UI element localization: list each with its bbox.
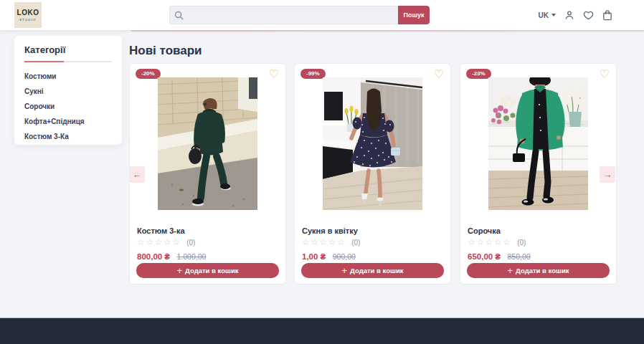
product-image[interactable]: [488, 77, 588, 210]
header-divider: [131, 30, 644, 32]
add-to-cart-label: Додати в кошик: [185, 267, 238, 274]
product-rating: ☆☆☆☆☆ (0): [468, 237, 526, 247]
category-item-sorochky[interactable]: Сорочки: [24, 99, 112, 114]
categories-title: Категорії: [24, 44, 112, 55]
current-price: 650,00 ₴: [468, 252, 501, 261]
star-icon: ☆: [486, 237, 494, 247]
star-icon: ☆: [302, 237, 311, 247]
star-icon: ☆: [164, 237, 172, 247]
search-bar: Пошук: [169, 6, 430, 24]
category-item-kofta-spidnytsya[interactable]: Кофта+Спідниця: [24, 114, 112, 129]
star-icon: ☆: [172, 237, 181, 247]
header: LOKO STUDIO Пошук UK: [0, 0, 644, 30]
account-icon[interactable]: [564, 10, 574, 20]
star-icon: ☆: [468, 237, 476, 247]
product-title[interactable]: Костюм 3-ка: [137, 226, 185, 235]
title-underline: [24, 61, 112, 62]
product-rating: ☆☆☆☆☆ (0): [302, 237, 360, 247]
current-price: 1,00 ₴: [302, 252, 326, 261]
product-image[interactable]: [158, 77, 257, 210]
chevron-down-icon: [551, 14, 556, 16]
discount-badge: -23%: [466, 69, 491, 79]
language-selector[interactable]: UK: [539, 11, 556, 19]
carousel-prev-button[interactable]: ←: [129, 166, 145, 183]
footer: [0, 317, 644, 344]
language-label: UK: [539, 11, 549, 19]
header-actions: UK: [539, 0, 612, 30]
product-image[interactable]: [323, 77, 422, 210]
product-prices: 800,00 ₴ 1.000,00: [137, 249, 206, 262]
categories-list: Костюми Сукні Сорочки Кофта+Спідниця Кос…: [24, 69, 112, 144]
favorite-heart-icon[interactable]: ♡: [434, 67, 444, 82]
star-icon: ☆: [137, 237, 146, 247]
star-icon: ☆: [494, 237, 503, 247]
category-item-kostyum-3ka[interactable]: Костюм 3-Ка: [24, 129, 112, 144]
product-title[interactable]: Сукня в квітку: [302, 226, 358, 235]
plus-icon: +: [176, 266, 182, 275]
old-price: 1.000,00: [177, 252, 207, 261]
product-card: -20% ♡: [129, 63, 286, 285]
discount-badge: -99%: [300, 69, 326, 79]
rating-count: (0): [517, 239, 526, 247]
add-to-cart-button[interactable]: + Додати в кошик: [467, 263, 610, 278]
star-icon: ☆: [328, 237, 337, 247]
carousel-next-button[interactable]: →: [600, 166, 615, 183]
rating-count: (0): [351, 239, 360, 247]
product-title[interactable]: Сорочка: [468, 226, 501, 235]
logo[interactable]: LOKO STUDIO: [14, 2, 42, 28]
categories-sidebar: Категорії Костюми Сукні Сорочки Кофта+Сп…: [14, 36, 122, 145]
current-price: 800,00 ₴: [137, 252, 170, 261]
category-item-kostyumy[interactable]: Костюми: [24, 69, 112, 84]
discount-badge: -20%: [136, 69, 161, 79]
star-icon: ☆: [503, 237, 511, 247]
search-input[interactable]: [189, 6, 398, 24]
logo-title: LOKO: [17, 9, 39, 16]
add-to-cart-button[interactable]: + Додати в кошик: [136, 263, 279, 278]
product-prices: 1,00 ₴ 900,00: [302, 249, 356, 262]
favorite-heart-icon[interactable]: ♡: [600, 67, 610, 82]
wishlist-icon[interactable]: [583, 10, 594, 20]
add-to-cart-button[interactable]: + Додати в кошик: [301, 263, 444, 278]
add-to-cart-label: Додати в кошик: [516, 267, 569, 274]
old-price: 900,00: [333, 252, 356, 261]
star-icon: ☆: [146, 237, 154, 247]
cart-icon[interactable]: [602, 10, 612, 21]
old-price: 850,00: [508, 252, 531, 261]
plus-icon: +: [507, 266, 513, 275]
star-icon: ☆: [155, 237, 164, 247]
search-button[interactable]: Пошук: [398, 6, 430, 24]
product-card: -23% ♡: [460, 63, 617, 285]
star-icon: ☆: [320, 237, 328, 247]
plus-icon: +: [341, 266, 347, 275]
product-card: -99% ♡: [294, 63, 451, 285]
page-title: Нові товари: [129, 44, 202, 58]
star-icon: ☆: [476, 237, 485, 247]
favorite-heart-icon[interactable]: ♡: [269, 67, 279, 82]
logo-subtitle: STUDIO: [19, 18, 37, 22]
search-icon: [169, 6, 189, 24]
product-prices: 650,00 ₴ 850,00: [468, 249, 531, 262]
star-icon: ☆: [337, 237, 346, 247]
add-to-cart-label: Додати в кошик: [350, 267, 403, 274]
category-item-sukni[interactable]: Сукні: [24, 84, 112, 99]
rating-count: (0): [186, 239, 195, 247]
star-icon: ☆: [311, 237, 319, 247]
product-rating: ☆☆☆☆☆ (0): [137, 237, 195, 247]
